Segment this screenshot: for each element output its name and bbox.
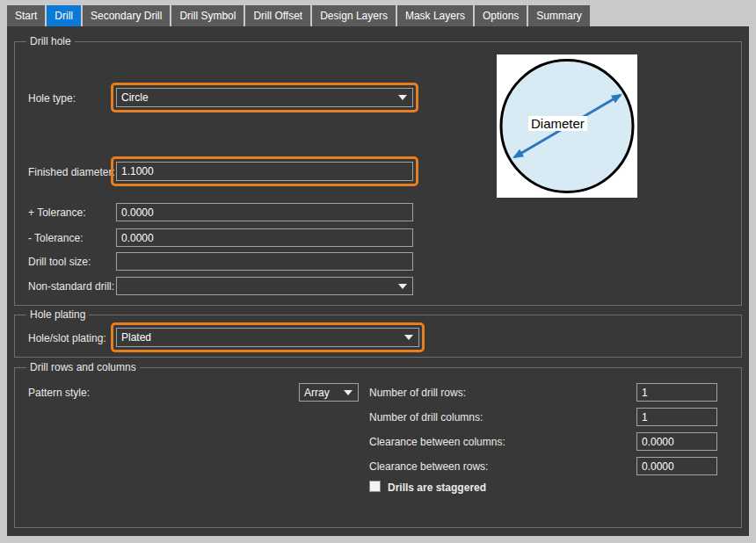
- clearance-rows-label: Clearance between rows:: [369, 460, 488, 473]
- chevron-down-icon: [398, 284, 407, 289]
- tab-drill[interactable]: Drill: [47, 5, 81, 26]
- drill-hole-group-title: Drill hole: [26, 35, 75, 47]
- hole-slot-plating-value: Plated: [121, 331, 151, 344]
- hole-slot-plating-label: Hole/slot plating:: [28, 332, 106, 344]
- hole-slot-plating-dropdown[interactable]: Plated: [116, 328, 419, 347]
- tab-drill-symbol[interactable]: Drill Symbol: [171, 5, 244, 26]
- non-standard-drill-dropdown[interactable]: [116, 277, 413, 295]
- tab-mask-layers[interactable]: Mask Layers: [397, 5, 473, 26]
- tab-start[interactable]: Start: [7, 5, 45, 26]
- tab-drill-offset[interactable]: Drill Offset: [245, 5, 310, 26]
- drill-rows-label: Number of drill rows:: [369, 387, 466, 399]
- hole-type-label: Hole type:: [28, 92, 76, 105]
- drill-rows-input[interactable]: [636, 383, 717, 402]
- highlight-box-finished-diameter: [111, 156, 418, 186]
- tab-bar: Start Drill Secondary Drill Drill Symbol…: [7, 5, 590, 26]
- drill-tool-size-input[interactable]: [116, 252, 413, 271]
- minus-tolerance-input[interactable]: [116, 228, 413, 247]
- clearance-columns-label: Clearance between columns:: [369, 436, 505, 448]
- plus-tolerance-input[interactable]: [116, 203, 413, 221]
- tab-secondary-drill[interactable]: Secondary Drill: [83, 5, 170, 26]
- chevron-down-icon: [344, 390, 353, 395]
- hole-type-dropdown[interactable]: Circle: [116, 88, 413, 107]
- pattern-style-dropdown[interactable]: Array: [299, 383, 359, 402]
- tab-options[interactable]: Options: [475, 5, 527, 26]
- highlight-box-hole-type: Circle: [111, 83, 418, 112]
- pattern-style-label: Pattern style:: [28, 387, 90, 399]
- pattern-style-value: Array: [304, 387, 330, 399]
- drill-columns-input[interactable]: [636, 408, 717, 426]
- drill-columns-label: Number of drill columns:: [369, 411, 483, 424]
- hole-type-value: Circle: [121, 91, 149, 104]
- chevron-down-icon: [404, 335, 413, 340]
- diameter-diagram: Diameter: [497, 54, 637, 198]
- highlight-box-hole-slot-plating: Plated: [111, 322, 425, 352]
- clearance-columns-input[interactable]: [636, 432, 717, 451]
- drills-staggered-label[interactable]: Drills are staggered: [388, 481, 486, 494]
- tab-design-layers[interactable]: Design Layers: [312, 5, 396, 26]
- finished-diameter-input[interactable]: [116, 162, 413, 181]
- non-standard-drill-label: Non-standard drill:: [28, 280, 114, 293]
- diagram-caption: Diameter: [528, 116, 587, 131]
- drill-rows-columns-group-title: Drill rows and columns: [26, 361, 140, 373]
- chevron-down-icon: [398, 95, 407, 100]
- drill-tab-panel: Drill hole Hole type: Circle Diameter Fi…: [7, 26, 749, 536]
- drill-tool-size-label: Drill tool size:: [28, 256, 91, 268]
- hole-plating-group-title: Hole plating: [26, 308, 89, 321]
- tab-summary[interactable]: Summary: [528, 5, 589, 26]
- clearance-rows-input[interactable]: [636, 457, 717, 475]
- drills-staggered-checkbox[interactable]: [369, 481, 381, 492]
- minus-tolerance-label: - Tolerance:: [28, 232, 83, 244]
- plus-tolerance-label: + Tolerance:: [28, 206, 86, 219]
- finished-diameter-label: Finished diameter:: [28, 166, 115, 178]
